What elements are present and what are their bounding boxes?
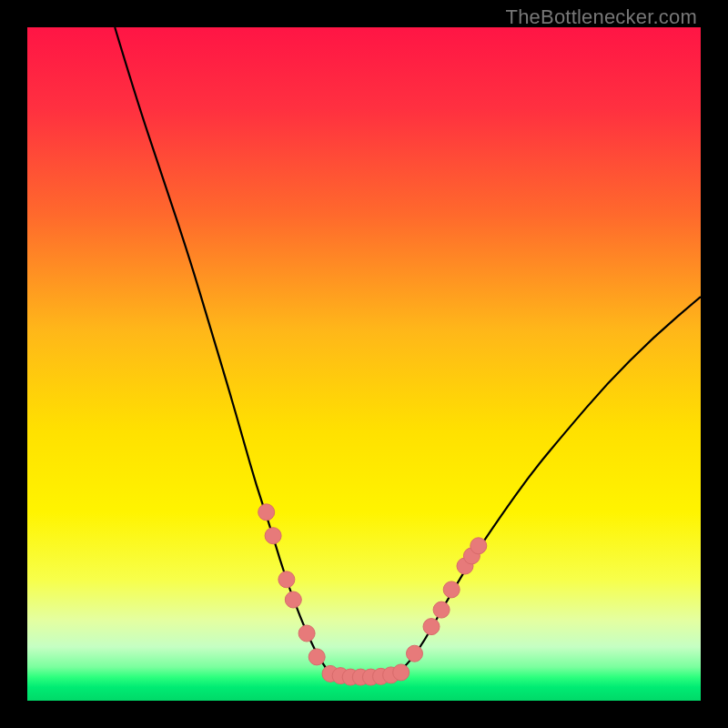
plot-area	[27, 27, 701, 701]
data-marker	[298, 625, 315, 642]
data-marker	[278, 571, 295, 588]
watermark-text: TheBottlenecker.com	[506, 5, 697, 29]
data-markers	[258, 504, 487, 685]
chart-frame: TheBottlenecker.com	[0, 0, 728, 728]
data-marker	[308, 649, 325, 665]
data-marker	[258, 504, 275, 521]
data-marker	[433, 602, 450, 618]
data-marker	[285, 592, 301, 608]
data-marker	[443, 581, 460, 598]
data-marker	[393, 664, 410, 681]
data-marker	[423, 619, 440, 635]
curve-layer	[27, 27, 701, 701]
left-curve	[115, 27, 330, 673]
data-marker	[265, 528, 281, 544]
data-marker	[407, 645, 423, 662]
data-marker	[470, 538, 487, 554]
